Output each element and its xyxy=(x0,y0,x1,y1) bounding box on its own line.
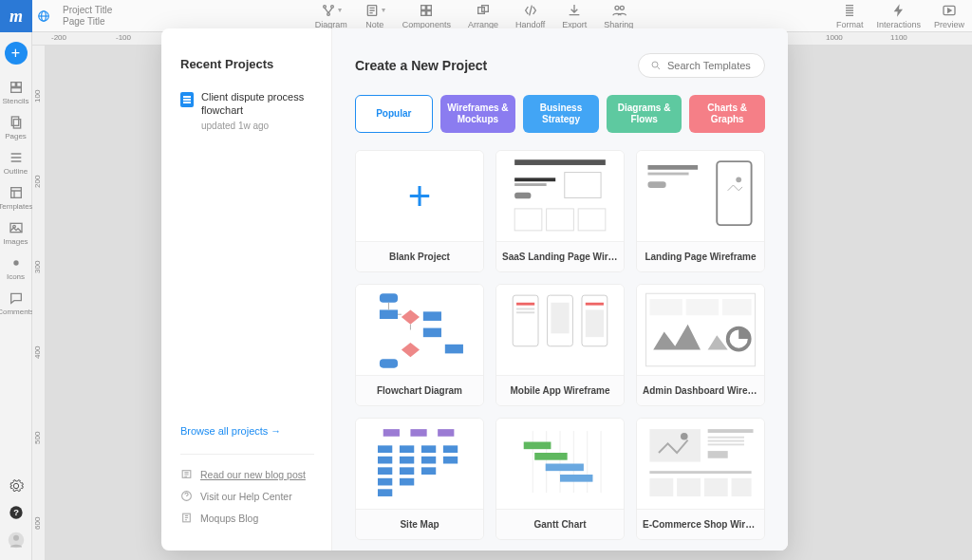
svg-point-4 xyxy=(327,12,330,15)
svg-point-27 xyxy=(13,535,19,541)
add-button[interactable]: + xyxy=(5,42,28,65)
tab-popular[interactable]: Popular xyxy=(355,95,433,133)
tool-sharing[interactable]: Sharing xyxy=(604,3,633,29)
svg-rect-17 xyxy=(10,88,21,93)
svg-rect-91 xyxy=(708,437,744,439)
rail-stencils[interactable]: Stencils xyxy=(0,80,34,105)
tab-blue[interactable]: Business Strategy xyxy=(523,95,599,133)
tool-export[interactable]: Export xyxy=(562,3,587,29)
template-card-landing[interactable]: Landing Page Wireframe xyxy=(636,150,765,272)
svg-rect-78 xyxy=(400,478,414,486)
title-area[interactable]: Project Title Page Title xyxy=(55,0,112,31)
tab-green[interactable]: Diagrams & Flows xyxy=(607,95,682,133)
template-card-ecommerce[interactable]: E-Commerce Shop Wiref… xyxy=(636,418,765,540)
help-link[interactable]: Visit our Help Center xyxy=(180,490,314,502)
template-label: Gantt Chart xyxy=(496,510,624,539)
toolbar-right: FormatInteractionsPreview xyxy=(836,0,972,31)
svg-rect-76 xyxy=(400,457,414,464)
browse-all-projects-link[interactable]: Browse all projects → xyxy=(180,425,314,437)
tool-arrange[interactable]: Arrange xyxy=(468,3,498,29)
svg-rect-69 xyxy=(438,429,454,437)
tool-note[interactable]: ▾Note xyxy=(364,3,385,29)
ruler-tick: 1000 xyxy=(826,33,843,42)
rail-templates[interactable]: Templates xyxy=(0,185,34,211)
svg-rect-6 xyxy=(421,5,426,9)
help-link[interactable]: Moqups Blog xyxy=(180,512,314,524)
svg-rect-74 xyxy=(378,489,392,496)
svg-point-12 xyxy=(615,6,619,9)
rail-images[interactable]: Images xyxy=(0,220,34,246)
ruler-vertical: 100200300400500600 xyxy=(32,46,46,560)
ruler-tick: 300 xyxy=(33,261,42,273)
tool-interactions[interactable]: Interactions xyxy=(876,3,921,29)
svg-rect-97 xyxy=(677,478,701,496)
ruler-tick: 100 xyxy=(33,90,42,103)
tool-diagram[interactable]: ▾Diagram xyxy=(315,3,347,29)
template-card-dashboard[interactable]: Admin Dashboard Wiref… xyxy=(636,284,765,406)
rail-icons[interactable]: Icons xyxy=(0,255,34,281)
logo-icon[interactable]: m xyxy=(0,0,32,32)
create-project-heading: Create a New Project xyxy=(355,58,487,73)
modal-main: Create a New Project PopularWireframes &… xyxy=(332,28,788,551)
svg-rect-8 xyxy=(421,10,426,15)
template-card-saas[interactable]: SaaS Landing Page Wiref… xyxy=(495,150,625,272)
svg-rect-79 xyxy=(421,445,436,453)
svg-rect-46 xyxy=(380,309,398,319)
ruler-tick: -200 xyxy=(51,33,66,42)
svg-rect-73 xyxy=(378,478,392,486)
svg-rect-35 xyxy=(565,173,601,198)
tool-format[interactable]: Format xyxy=(836,3,864,29)
template-card-sitemap[interactable]: Site Map xyxy=(355,418,484,540)
template-label: Flowchart Diagram xyxy=(356,376,483,405)
ruler-tick: 500 xyxy=(33,432,42,444)
svg-rect-52 xyxy=(380,359,398,368)
svg-rect-72 xyxy=(378,467,392,475)
svg-rect-15 xyxy=(10,83,15,87)
new-project-modal: Recent Projects Client dispute process f… xyxy=(161,28,788,551)
recent-project-item[interactable]: Client dispute process flowchart updated… xyxy=(180,90,314,131)
svg-rect-88 xyxy=(649,429,701,461)
search-templates[interactable] xyxy=(638,53,765,78)
svg-rect-19 xyxy=(13,120,20,128)
template-thumb: + xyxy=(356,151,483,242)
template-thumb xyxy=(637,285,764,376)
svg-rect-40 xyxy=(647,165,698,170)
avatar[interactable] xyxy=(8,532,25,551)
svg-rect-41 xyxy=(647,173,688,176)
template-card-blank[interactable]: +Blank Project xyxy=(355,150,484,272)
svg-rect-90 xyxy=(708,429,754,433)
rail-comments[interactable]: Comments xyxy=(0,290,34,316)
svg-rect-81 xyxy=(421,467,436,475)
ruler-tick: 400 xyxy=(33,346,42,359)
template-card-flowchart[interactable]: Flowchart Diagram xyxy=(355,284,484,406)
template-label: SaaS Landing Page Wiref… xyxy=(496,242,624,271)
rail-pages[interactable]: Pages xyxy=(0,115,34,140)
svg-rect-37 xyxy=(514,209,542,231)
help-icon[interactable]: ? xyxy=(9,505,24,522)
tool-handoff[interactable]: Handoff xyxy=(515,3,545,29)
svg-text:?: ? xyxy=(13,508,19,517)
template-card-gantt[interactable]: Gantt Chart xyxy=(495,418,625,540)
app-header: m Project Title Page Title ▾Diagram▾Note… xyxy=(0,0,972,32)
template-thumb xyxy=(637,151,764,242)
help-link[interactable]: Read our new blog post xyxy=(180,468,314,480)
template-thumb xyxy=(496,151,624,242)
svg-point-13 xyxy=(620,6,624,9)
tool-preview[interactable]: Preview xyxy=(934,3,964,29)
svg-point-31 xyxy=(652,62,658,67)
svg-rect-61 xyxy=(586,309,604,337)
template-card-mobile[interactable]: Mobile App Wireframe xyxy=(495,284,625,406)
tab-purple[interactable]: Wireframes & Mockups xyxy=(440,95,516,133)
svg-rect-33 xyxy=(514,177,555,181)
globe-icon[interactable] xyxy=(32,0,55,31)
svg-rect-85 xyxy=(534,453,567,460)
rail-outline[interactable]: Outline xyxy=(0,150,34,176)
tab-red[interactable]: Charts & Graphs xyxy=(689,95,765,133)
file-icon xyxy=(180,92,194,107)
search-input[interactable] xyxy=(667,60,753,71)
svg-rect-58 xyxy=(551,303,569,334)
tool-components[interactable]: Components xyxy=(402,3,451,29)
svg-rect-67 xyxy=(383,429,400,437)
svg-rect-63 xyxy=(649,299,682,315)
gear-icon[interactable] xyxy=(9,478,24,495)
